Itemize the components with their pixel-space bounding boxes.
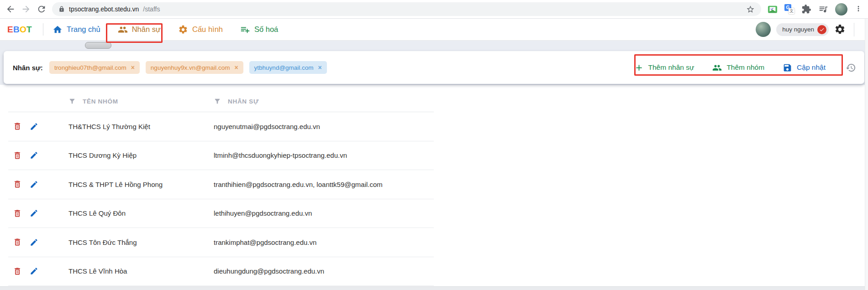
filter-toolbar-card: Nhân sự: tronghieu07th@gmail.com × nguye… xyxy=(4,51,864,84)
check-badge-icon xyxy=(817,25,826,34)
user-chip[interactable]: huy nguyen xyxy=(776,23,829,36)
mail-extension-icon[interactable] xyxy=(768,4,778,14)
puzzle-extension-icon[interactable] xyxy=(801,4,811,14)
group-name-cell: THCS Dương Kỳ Hiệp xyxy=(68,151,214,159)
nav-item-label: Cấu hình xyxy=(192,25,223,34)
edit-row-icon[interactable] xyxy=(30,180,38,189)
gear-icon xyxy=(178,25,188,35)
browser-toolbar: tpsoctrang.ebot.stedu.vn/staffs G 文 xyxy=(0,0,868,19)
browser-menu-dots-icon[interactable] xyxy=(854,5,863,14)
edit-row-icon[interactable] xyxy=(30,151,38,160)
delete-row-icon[interactable] xyxy=(13,151,22,160)
row-actions xyxy=(8,180,68,189)
table-row: THCS Lê Vĩnh Hòa dieuhungdung@pgdsoctran… xyxy=(8,257,434,286)
back-icon[interactable] xyxy=(5,4,16,14)
staff-emails-cell: lethihuyen@pgdsoctrang.edu.vn xyxy=(214,209,434,217)
table-header-row: TÊN NHÓM NHÂN SỰ xyxy=(8,91,434,112)
nav-item-so-hoa[interactable]: Số hoá xyxy=(240,25,278,35)
table-row: THCS Lê Quý Đôn lethihuyen@pgdsoctrang.e… xyxy=(8,199,434,228)
reload-icon[interactable] xyxy=(37,4,47,14)
chip-remove-icon[interactable]: × xyxy=(234,64,238,71)
user-name: huy nguyen xyxy=(782,26,814,33)
group-name-cell: TH&THCS Lý Thường Kiệt xyxy=(68,123,214,130)
url-path: /staffs xyxy=(143,5,160,13)
browser-window: tpsoctrang.ebot.stedu.vn/staffs G 文 EBOT xyxy=(0,0,868,290)
delete-row-icon[interactable] xyxy=(13,209,22,218)
ebot-logo[interactable]: EBOT xyxy=(7,25,32,35)
people-icon xyxy=(712,63,722,72)
address-bar[interactable]: tpsoctrang.ebot.stedu.vn/staffs xyxy=(52,2,761,16)
add-group-button[interactable]: Thêm nhóm xyxy=(712,63,764,72)
staff-emails-cell: tranthihien@pgdsoctrang.edu.vn, loanttk5… xyxy=(214,181,434,188)
translate-extension-icon[interactable]: G 文 xyxy=(784,4,794,14)
group-name-cell: THCS Lê Vĩnh Hòa xyxy=(68,267,214,275)
filter-label: Nhân sự: xyxy=(13,64,43,72)
home-icon xyxy=(53,25,63,35)
group-name-cell: THCS & THPT Lê Hồng Phong xyxy=(68,181,214,188)
filter-chips: tronghieu07th@gmail.com × nguyenhuy9x.vn… xyxy=(49,61,327,74)
bottom-edge-strip xyxy=(0,286,868,290)
edit-row-icon[interactable] xyxy=(30,209,38,218)
delete-row-icon[interactable] xyxy=(13,180,22,189)
add-staff-label: Thêm nhân sự xyxy=(648,63,694,72)
nav-items: Trang chủ Nhân sự Cấu hình Số hoá xyxy=(53,25,278,35)
filter-funnel-icon[interactable] xyxy=(214,98,221,105)
row-actions xyxy=(8,238,68,247)
table-body: TH&THCS Lý Thường Kiệt nguyenutmai@pgdso… xyxy=(8,112,434,286)
delete-row-icon[interactable] xyxy=(13,238,22,247)
update-button[interactable]: Cập nhật xyxy=(783,63,826,72)
header-group-column: TÊN NHÓM xyxy=(68,98,214,105)
filter-funnel-icon[interactable] xyxy=(68,98,76,105)
email-chip[interactable]: ytbhuynd@gmail.com × xyxy=(249,61,327,74)
history-icon[interactable] xyxy=(846,62,856,73)
settings-gear-icon[interactable] xyxy=(834,24,846,35)
page-scrollbar[interactable] xyxy=(865,19,868,290)
group-name-cell: THCS Tôn Đức Thắng xyxy=(68,238,214,246)
chip-remove-icon[interactable]: × xyxy=(131,64,135,71)
playlist-extension-icon[interactable] xyxy=(818,4,828,14)
edit-row-icon[interactable] xyxy=(30,122,38,131)
table-row: THCS Tôn Đức Thắng trankimphat@pgdsoctra… xyxy=(8,228,434,257)
browser-profile-avatar[interactable] xyxy=(835,3,847,16)
chip-text: ytbhuynd@gmail.com xyxy=(254,64,314,71)
browser-extensions-area: G 文 xyxy=(768,3,868,16)
groups-table: TÊN NHÓM NHÂN SỰ TH&THCS Lý Thường Kiệt … xyxy=(8,91,434,286)
chip-remove-icon[interactable]: × xyxy=(318,64,322,71)
edit-row-icon[interactable] xyxy=(30,238,38,247)
staff-emails-cell: trankimphat@pgdsoctrang.edu.vn xyxy=(214,238,434,246)
nav-item-label: Số hoá xyxy=(254,25,278,34)
bookmark-star-icon[interactable] xyxy=(746,5,755,14)
row-actions xyxy=(8,151,68,160)
add-staff-button[interactable]: Thêm nhân sự xyxy=(634,63,694,72)
app-navbar: EBOT Trang chủ Nhân sự Cấu hình xyxy=(0,19,868,41)
nav-right-area: huy nguyen xyxy=(756,22,861,37)
update-label: Cập nhật xyxy=(797,63,826,72)
lock-icon[interactable] xyxy=(58,6,65,12)
nav-item-nhan-su[interactable]: Nhân sự xyxy=(118,25,161,35)
people-icon xyxy=(118,25,128,35)
table-row: THCS Dương Kỳ Hiệp ltminh@thcsduongkyhie… xyxy=(8,141,434,171)
email-chip[interactable]: nguyenhuy9x.vn@gmail.com × xyxy=(146,61,243,74)
plus-icon xyxy=(634,63,644,72)
user-avatar[interactable] xyxy=(756,22,771,37)
group-name-cell: THCS Lê Quý Đôn xyxy=(68,209,214,217)
staff-emails-cell: nguyenutmai@pgdsoctrang.edu.vn xyxy=(214,123,434,130)
row-actions xyxy=(8,267,68,276)
nav-item-cau-hinh[interactable]: Cấu hình xyxy=(178,25,223,35)
nav-item-trang-chu[interactable]: Trang chủ xyxy=(53,25,100,35)
table-row: TH&THCS Lý Thường Kiệt nguyenutmai@pgdso… xyxy=(8,112,434,141)
forward-icon[interactable] xyxy=(21,4,31,14)
edit-row-icon[interactable] xyxy=(30,267,38,275)
chip-text: tronghieu07th@gmail.com xyxy=(54,64,126,71)
nav-end-divider xyxy=(854,23,854,36)
nav-item-label: Trang chủ xyxy=(67,25,100,34)
add-group-label: Thêm nhóm xyxy=(726,63,764,72)
table-row: THCS & THPT Lê Hồng Phong tranthihien@pg… xyxy=(8,170,434,199)
staff-emails-cell: ltminh@thcsduongkyhiep-tpsoctrang.edu.vn xyxy=(214,151,434,159)
delete-row-icon[interactable] xyxy=(13,122,22,131)
row-actions xyxy=(8,209,68,218)
delete-row-icon[interactable] xyxy=(13,267,22,276)
popup-stub xyxy=(85,42,111,49)
chip-text: nguyenhuy9x.vn@gmail.com xyxy=(151,64,230,71)
email-chip[interactable]: tronghieu07th@gmail.com × xyxy=(49,61,140,74)
